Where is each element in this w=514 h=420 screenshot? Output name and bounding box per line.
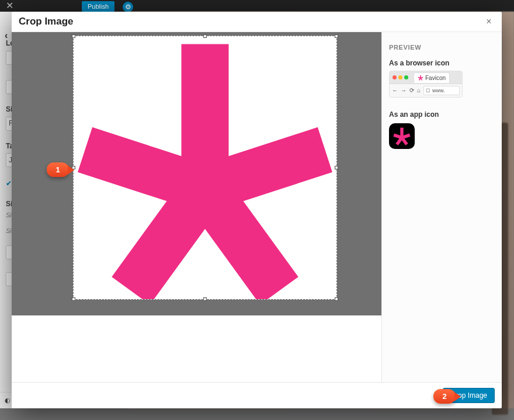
- traffic-yellow-icon: [398, 75, 402, 79]
- traffic-red-icon: [393, 75, 397, 79]
- home-icon: ⌂: [417, 88, 421, 93]
- traffic-green-icon: [404, 75, 408, 79]
- address-text: www.: [432, 88, 445, 93]
- browser-preview: Favicon ← → ⟳ ⌂ 🗋 www.: [389, 71, 463, 98]
- crop-handle-e[interactable]: [335, 166, 338, 169]
- window-traffic-lights: [390, 75, 411, 79]
- app-icon-preview: [389, 123, 415, 149]
- browser-tab-bar: Favicon: [390, 71, 462, 84]
- gear-icon[interactable]: ⚙: [123, 2, 133, 12]
- crop-handle-se[interactable]: [335, 297, 338, 301]
- browser-tab: Favicon: [414, 72, 450, 83]
- modal-close-button[interactable]: ×: [483, 16, 495, 27]
- publish-button[interactable]: Publish: [82, 1, 114, 12]
- preview-browser-label: As a browser icon: [389, 59, 495, 67]
- back-chevron-icon[interactable]: ‹: [5, 30, 8, 41]
- close-icon[interactable]: ✕: [6, 2, 13, 10]
- modal-body: PREVIEW As a browser icon: [12, 32, 502, 382]
- modal-header: Crop Image ×: [12, 12, 502, 32]
- crop-image-content: [74, 36, 336, 299]
- app-icon-graphic: [392, 126, 412, 146]
- crop-image-modal: Crop Image ×: [12, 12, 502, 408]
- admin-bar: ✕: [0, 0, 514, 12]
- crop-panel-spacer: [12, 315, 381, 382]
- favicon-icon: [418, 75, 423, 81]
- browser-tab-title: Favicon: [425, 75, 446, 81]
- reload-icon: ⟳: [409, 88, 414, 93]
- crop-handle-sw[interactable]: [72, 297, 75, 301]
- preview-app-label: As an app icon: [389, 110, 495, 119]
- modal-footer: Crop Image: [12, 382, 502, 408]
- step-marker-2: 2: [433, 389, 456, 404]
- crop-handle-n[interactable]: [203, 34, 207, 38]
- crop-handle-nw[interactable]: [72, 34, 75, 38]
- preview-heading: PREVIEW: [389, 44, 495, 51]
- address-bar: 🗋 www.: [423, 86, 460, 95]
- preview-panel: PREVIEW As a browser icon: [381, 32, 502, 382]
- page-icon: 🗋: [426, 88, 431, 93]
- crop-handle-ne[interactable]: [335, 34, 338, 38]
- forward-icon: →: [401, 88, 407, 93]
- crop-panel: [12, 32, 381, 382]
- crop-handle-s[interactable]: [203, 297, 207, 301]
- crop-selection[interactable]: [73, 36, 337, 300]
- back-icon: ←: [392, 88, 398, 93]
- modal-title: Crop Image: [19, 16, 74, 27]
- browser-toolbar: ← → ⟳ ⌂ 🗋 www.: [390, 84, 462, 97]
- step-marker-1: 1: [47, 162, 69, 177]
